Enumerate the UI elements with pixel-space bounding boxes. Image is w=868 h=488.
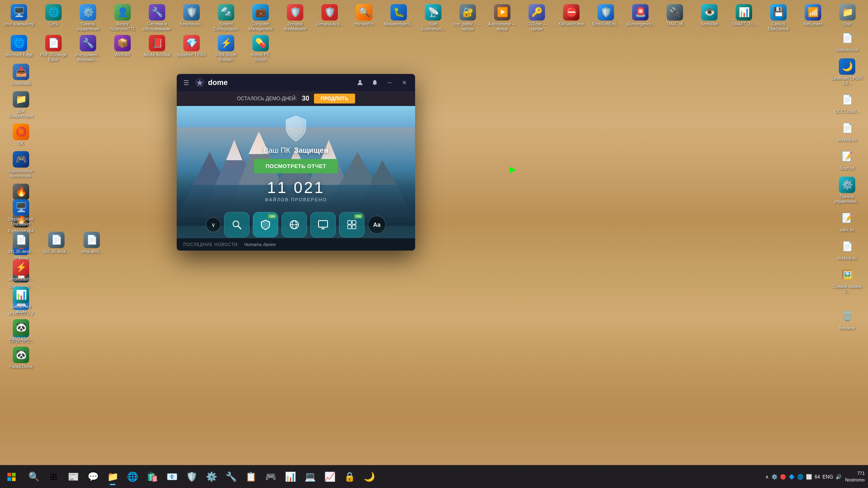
taskbar-app2[interactable]: 🔧 <box>222 468 240 486</box>
taskbar-app9[interactable]: 🌙 <box>360 468 378 486</box>
taskbar-chat[interactable]: 💬 <box>84 468 102 486</box>
nav-web-btn[interactable] <box>282 212 307 237</box>
desktop-icon-computer[interactable]: 🖥️ Этот компьютер <box>2 2 36 34</box>
taskbar-app3[interactable]: 📋 <box>242 468 260 486</box>
desktop-icon-565-desk[interactable]: 📄 565.90-desk... <box>39 230 73 256</box>
demo-label: ОСТАЛОСЬ ДЕМО-ДНЕЙ: <box>237 96 297 101</box>
desktop-icon-azemergency[interactable]: 🚨 aZemergency... <box>623 2 657 34</box>
desktop-icon-killswitch[interactable]: ⛔ KillSwitch.exe <box>554 2 588 34</box>
desktop-icon-downloads[interactable]: 📥 Downloads <box>4 62 38 88</box>
desktop-icon-desktop-ini[interactable]: 📄 desktop.ini <box>830 118 864 145</box>
desktop-icon-autoruns[interactable]: ▶️ Autorunsexe — ярлык <box>485 2 519 34</box>
desktop-icon-network[interactable]: 🌐 Сеть <box>37 2 70 34</box>
window-titlebar: ☰ dome ─ ✕ <box>177 74 415 91</box>
taskbar-clock[interactable]: 771 Nostromo <box>845 470 868 483</box>
desktop-icon-scan-txt[interactable]: 📝 Scan.txt <box>830 146 864 173</box>
desktop-icon-zemana-ana[interactable]: 🛡️ Zemana:Ana... <box>313 2 346 34</box>
nav-firewall-btn[interactable]: ON <box>339 212 365 237</box>
taskbar-app5[interactable]: 📊 <box>281 468 299 486</box>
tray-volume[interactable]: 🔊 <box>836 474 842 480</box>
minimize-button[interactable]: ─ <box>384 77 395 88</box>
desktop-icon-alexey[interactable]: 👤 Alexey Nostromo771 <box>106 2 139 34</box>
desktop-icon-emisoft[interactable]: 🛡️ EmsiSoftEmi... <box>589 2 623 34</box>
desktop-icon-pandada[interactable]: 🐼 PANDADA... <box>4 317 38 344</box>
desktop-icons-right: 📄 controld.exe 🌙 LeoMoon CPU/V 2.0... 📄 … <box>830 28 864 333</box>
desktop-icon-controld[interactable]: 📄 controld.exe <box>830 28 864 55</box>
desktop-icon-see84me[interactable]: 👁️ See84Me <box>693 2 726 34</box>
desktop-icon-korzina[interactable]: 🗑️ Корзина <box>830 306 864 333</box>
hamburger-menu-icon[interactable]: ☰ <box>182 77 191 88</box>
desktop-icon-ok[interactable]: ⭕ OK <box>4 122 38 148</box>
desktop-icon-cce[interactable]: 🔐 cce_public... — ярлык <box>451 2 485 34</box>
taskbar-widgets[interactable]: 📰 <box>64 468 82 486</box>
taskbar-task-view[interactable]: ⊞ <box>44 468 62 486</box>
desktop-icon-saits-txt[interactable]: 📝 saits.txt <box>830 208 864 235</box>
desktop-icon-display-driver[interactable]: 🖥️ Display Driver Uninstaller <box>4 197 38 229</box>
desktop-icon-system[interactable]: 🔧 Система и обслуживание <box>140 2 174 34</box>
tray-security-icon[interactable]: 🔴 <box>780 474 786 480</box>
desktop-icon-shifratorov[interactable]: 📁 Для Шифраторов <box>4 89 38 121</box>
tray-network-icon[interactable]: 🌐 <box>797 474 803 480</box>
desktop-icon-amdvbflash[interactable]: ⚡ amdvbflash... <box>4 257 38 284</box>
desktop-icon-instruments[interactable]: 🔧 Инструмент... Windows-... <box>71 33 105 64</box>
desktop-icon-snimok[interactable]: 🖼️ Снимок экрана 2... <box>830 265 864 296</box>
desktop-icon-zemana[interactable]: 🛡️ Zemana AntiMalware <box>278 2 312 34</box>
taskbar-antivirus[interactable]: 🛡️ <box>182 468 201 486</box>
nav-search-btn[interactable] <box>224 212 249 237</box>
desktop-icon-whql[interactable]: 📄 whql-amd... <box>75 230 108 256</box>
desktop-icon-superposition[interactable]: 🎮 Superposition Benchmark <box>4 149 38 181</box>
desktop-icon-eassos[interactable]: 💾 Eassos DiskGenius <box>762 2 795 34</box>
desktop-icon-security[interactable]: 🛡️ Безопасно... <box>175 2 208 34</box>
desktop-icon-sapphire[interactable]: 💎 Sapphire TRIXX <box>175 33 208 64</box>
user-icon-btn[interactable] <box>354 77 366 88</box>
start-button[interactable] <box>0 465 23 488</box>
taskbar-app6[interactable]: 💻 <box>301 468 319 486</box>
taskbar-app7[interactable]: 📈 <box>321 468 339 486</box>
taskbar-store[interactable]: 🛍️ <box>143 468 161 486</box>
desktop-icon-panel-up[interactable]: ⚙️ Панель управление... <box>830 175 864 206</box>
tray-lang[interactable]: ENG <box>822 474 833 480</box>
desktop-icon-391-desk[interactable]: 📄 391.35-desk... <box>4 230 38 256</box>
taskbar-file-explorer[interactable]: 📁 <box>104 468 122 486</box>
desktop-icon-pdf-xchange[interactable]: 📄 PDF-XChange Editor <box>37 33 70 64</box>
extend-button[interactable]: ПРОДЛИТЬ <box>314 94 355 104</box>
desktop-icon-tmac[interactable]: 🔌 TMAC v6 <box>658 2 692 34</box>
tray-settings-icon[interactable]: ⚙️ <box>771 474 778 480</box>
taskbar-search[interactable]: 🔍 <box>25 468 43 486</box>
news-read-more[interactable]: Читать далее <box>244 242 276 247</box>
taskbar-app1[interactable]: ⚙️ <box>202 468 220 486</box>
tray-bluetooth-icon[interactable]: 🔷 <box>789 474 795 480</box>
nav-aa-btn[interactable]: Aa <box>368 216 386 234</box>
desktop-icon-malwarebytes[interactable]: 🐛 Malwarebytes... <box>382 2 416 34</box>
desktop-icon-control-panel[interactable]: ⚙️ Панель управления <box>71 2 105 34</box>
desktop-icon-dispatcher[interactable]: 📊 Диспетчер задач <box>4 285 38 316</box>
notification-icon-btn[interactable] <box>369 77 381 88</box>
desktop-icon-netlimiter[interactable]: 📶 NetLimiter <box>796 2 830 34</box>
desktop-icon-desktop-ini2[interactable]: 📄 desktop.ini <box>830 236 864 263</box>
desktop-icon-pandadome[interactable]: 🐼 Panda Dome <box>4 345 38 371</box>
desktop-icon-kerish[interactable]: 💊 Kerish PC Doctor <box>244 33 277 64</box>
close-button[interactable]: ✕ <box>399 77 410 88</box>
taskbar-app8[interactable]: 🔒 <box>340 468 358 486</box>
nav-monitor-btn[interactable] <box>310 212 336 237</box>
desktop-icon-occt[interactable]: 📄 OCCT.confi... <box>830 90 864 116</box>
desktop-icon-msedge[interactable]: 🌐 Microsoft Edge <box>2 33 36 64</box>
taskbar-mail[interactable]: 📧 <box>163 468 181 486</box>
desktop-icon-adobe[interactable]: 📕 Adobe Acrobat <box>140 33 174 64</box>
desktop-icon-start-scanner[interactable]: 📡 Start Scannerum... <box>416 2 450 34</box>
desktop-icon-sysconfig[interactable]: 🔩 System Configuration <box>209 2 243 34</box>
tray-taskswitch-icon[interactable]: ⬜ <box>806 474 812 480</box>
report-button[interactable]: ПОСМОТРЕТЬ ОТЧЕТ <box>254 159 338 173</box>
taskbar-app4[interactable]: 🎮 <box>261 468 279 486</box>
desktop-icon-leomoon[interactable]: 🌙 LeoMoon CPU/V 2.0... <box>830 56 864 88</box>
desktop-icon-winrar[interactable]: 📦 WinRAR <box>106 33 139 64</box>
nav-chevron-btn[interactable]: ∨ <box>206 217 221 232</box>
tray-chevron[interactable]: ∧ <box>765 474 769 480</box>
nav-shield-btn[interactable]: ON <box>253 212 278 237</box>
desktop-icon-10bit[interactable]: ⚡ IOBit Driver Booster <box>209 33 243 64</box>
taskbar-edge[interactable]: 🌐 <box>123 468 141 486</box>
desktop-icon-compmgmt[interactable]: 💼 Computer Management <box>244 2 277 34</box>
desktop-icon-cge[interactable]: 🔑 CGEexe — ярлык <box>520 2 554 34</box>
desktop-icon-hitman[interactable]: 🔍 HitmanPro <box>347 2 381 34</box>
desktop-icon-smart[interactable]: 📊 SMART_To... <box>727 2 761 34</box>
